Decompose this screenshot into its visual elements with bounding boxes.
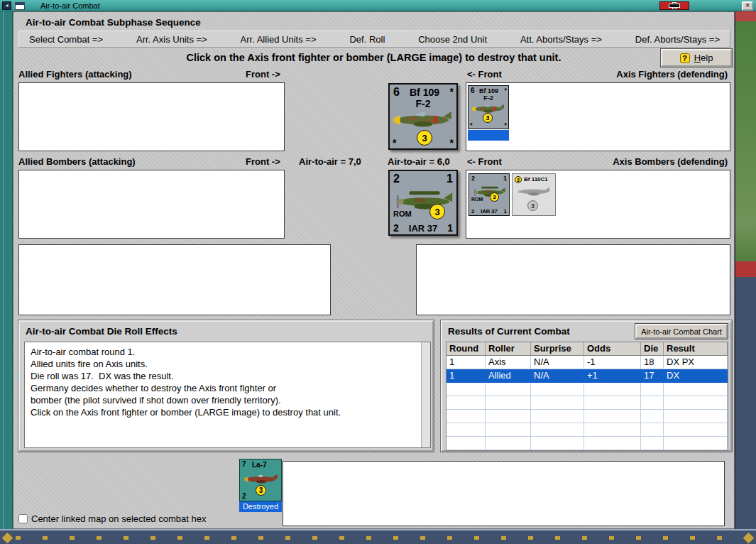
results-empty-row bbox=[447, 437, 728, 450]
system-menu-icon[interactable]: ◂ bbox=[2, 1, 11, 10]
axis-front-fighter-large[interactable]: 6 Bf 109 F-2 * 3 * * bbox=[388, 83, 458, 150]
cell-odds: +1 bbox=[584, 369, 641, 383]
allied-bombers-box bbox=[18, 170, 285, 239]
unit-name: Bf 110C1 bbox=[524, 176, 548, 183]
center-map-checkbox[interactable] bbox=[18, 514, 28, 523]
top-strength-badge: 3 bbox=[515, 176, 522, 183]
cell-odds: -1 bbox=[584, 356, 641, 369]
asterisk: * bbox=[450, 86, 454, 97]
cell-surprise: N/A bbox=[531, 356, 584, 369]
bottom-right-value: 1 bbox=[504, 208, 507, 214]
center-map-checkbox-label: Center linked map on selected combat hex bbox=[31, 513, 206, 524]
window-titlebar: ◂ Air-to-air Combat ✕ bbox=[0, 0, 756, 11]
axis-bomber-small-counter[interactable]: 2 1 ROM 3 2 IAR 37 1 bbox=[469, 173, 510, 216]
asterisk: * bbox=[393, 137, 396, 148]
phase-arr-axis-units[interactable]: Arr. Axis Units => bbox=[136, 34, 207, 45]
flag-cross-horizontal bbox=[669, 4, 679, 7]
asterisk: * bbox=[504, 87, 507, 94]
bf110-plane-icon bbox=[516, 185, 553, 200]
phase-def-aborts-stays[interactable]: Def. Aborts/Stays => bbox=[635, 34, 720, 45]
results-empty-row bbox=[447, 383, 728, 396]
aborted-strength-badge: 3 bbox=[527, 200, 538, 211]
results-empty-row bbox=[447, 423, 728, 437]
axis-bombers-box: 2 1 ROM 3 2 IAR 37 1 3 Bf 1 bbox=[466, 170, 730, 239]
allied-air-rating: Air-to-air = 7,0 bbox=[299, 156, 361, 167]
strength-badge: 3 bbox=[490, 192, 499, 202]
front-left-label-2: <- Front bbox=[467, 156, 502, 167]
air-combat-dialog: Air-to-air Combat Subphase Sequence Sele… bbox=[13, 11, 735, 529]
col-die: Die bbox=[641, 342, 664, 356]
cell-result: DX bbox=[664, 369, 728, 383]
phase-def-roll[interactable]: Def. Roll bbox=[349, 34, 385, 45]
frame-left-border bbox=[0, 11, 13, 529]
die-roll-effects-panel: Air-to-air Combat Die Roll Effects Air-t… bbox=[18, 320, 434, 452]
phase-select-combat[interactable]: Select Combat => bbox=[29, 34, 103, 45]
unit-move-value: 6 bbox=[393, 86, 400, 99]
axis-front-bomber-large[interactable]: 2 1 ROM 3 2 IAR 37 1 bbox=[388, 170, 458, 236]
subphase-sequence-bar: Select Combat => Arr. Axis Units => Arr.… bbox=[18, 31, 730, 48]
nationality-label: ROM bbox=[393, 210, 412, 218]
vertical-scrollbar[interactable] bbox=[421, 342, 430, 447]
col-result: Result bbox=[664, 342, 728, 356]
destroyed-units-box bbox=[283, 461, 725, 526]
instruction-text: Click on the Axis front fighter or bombe… bbox=[13, 52, 734, 63]
defense-value: 1 bbox=[447, 173, 453, 185]
strength-badge: 3 bbox=[256, 485, 266, 496]
defense-value: 1 bbox=[503, 175, 507, 182]
cell-roller: Allied bbox=[486, 369, 531, 383]
help-button-label: Help bbox=[694, 53, 713, 63]
allied-bombers-label: Allied Bombers (attacking) bbox=[18, 156, 136, 167]
allied-fighters-label: Allied Fighters (attacking) bbox=[18, 69, 132, 80]
frame-right-map-sliver bbox=[735, 11, 756, 544]
axis-bombers-label: Axis Bombers (defending) bbox=[613, 156, 728, 167]
col-round: Round bbox=[447, 342, 486, 356]
combat-chart-button[interactable]: Air-to-air Combat Chart bbox=[635, 324, 728, 339]
center-map-option: Center linked map on selected combat hex bbox=[18, 513, 206, 524]
phase-att-aborts-stays[interactable]: Att. Aborts/Stays => bbox=[520, 34, 602, 45]
asterisk: * bbox=[450, 137, 454, 148]
cell-result: DX PX bbox=[664, 356, 728, 369]
die-line: Die roll was 17. DX was the result. bbox=[31, 370, 416, 382]
attack-value: 2 bbox=[471, 175, 475, 182]
results-row-1[interactable]: 1 Axis N/A -1 18 DX PX bbox=[447, 356, 728, 369]
axis-air-rating: Air-to-air = 6,0 bbox=[388, 156, 450, 167]
die-line: Click on the Axis front fighter or bombe… bbox=[31, 406, 416, 418]
app-screen: ◂ Air-to-air Combat ✕ Air-to-air Combat … bbox=[0, 0, 756, 544]
phase-choose-2nd-unit[interactable]: Choose 2nd Unit bbox=[418, 34, 487, 45]
close-button[interactable]: ✕ bbox=[742, 1, 753, 11]
window-icon bbox=[15, 2, 25, 10]
unit-name: La-7 bbox=[252, 461, 267, 469]
unit-variant: F-2 bbox=[469, 94, 508, 102]
results-empty-row bbox=[447, 396, 728, 410]
cell-round: 1 bbox=[447, 369, 486, 383]
germany-flag-icon bbox=[659, 1, 689, 10]
attack-value: 2 bbox=[393, 173, 400, 185]
nationality-label: ROM bbox=[471, 197, 483, 202]
results-row-2-selected[interactable]: 1 Allied N/A +1 17 DX bbox=[447, 369, 728, 383]
axis-fighters-label: Axis Fighters (defending) bbox=[616, 69, 728, 80]
help-button[interactable]: ? Help bbox=[661, 49, 732, 67]
bf110-aborted-counter[interactable]: 3 Bf 110C1 3 bbox=[512, 173, 556, 216]
bottom-right-value: 1 bbox=[447, 222, 453, 234]
subphase-sequence-title: Air-to-air Combat Subphase Sequence bbox=[26, 17, 201, 28]
destroyed-status-label: Destroyed bbox=[239, 501, 282, 512]
phase-arr-allied-units[interactable]: Arr. Allied Units => bbox=[241, 34, 317, 45]
strength-badge: 3 bbox=[483, 113, 493, 123]
cell-die: 18 bbox=[641, 356, 664, 369]
die-roll-panel-title: Air-to-air Combat Die Roll Effects bbox=[26, 326, 177, 337]
la7-destroyed-counter[interactable]: 7 La-7 3 2 bbox=[239, 459, 282, 501]
unit-name: Bf 109 bbox=[410, 87, 439, 98]
results-panel-title: Results of Current Combat bbox=[448, 326, 570, 337]
unit-move-value: 6 bbox=[471, 87, 475, 94]
col-odds: Odds bbox=[584, 342, 641, 356]
axis-fighter-small-counter[interactable]: 6 Bf 109 F-2 * 3 * * bbox=[468, 85, 509, 129]
unit-type: IAR 37 bbox=[390, 223, 456, 234]
frame-bottom-border bbox=[0, 529, 756, 544]
gold-diamond-left bbox=[2, 533, 13, 544]
help-icon: ? bbox=[680, 53, 690, 63]
col-surprise: Surprise bbox=[531, 342, 584, 356]
front-right-label-2: Front -> bbox=[246, 156, 280, 167]
die-line: Allied units fire on Axis units. bbox=[31, 358, 416, 370]
die-roll-effects-text: Air-to-air combat round 1. Allied units … bbox=[24, 342, 431, 448]
unit-name: Bf 109 bbox=[479, 87, 498, 94]
